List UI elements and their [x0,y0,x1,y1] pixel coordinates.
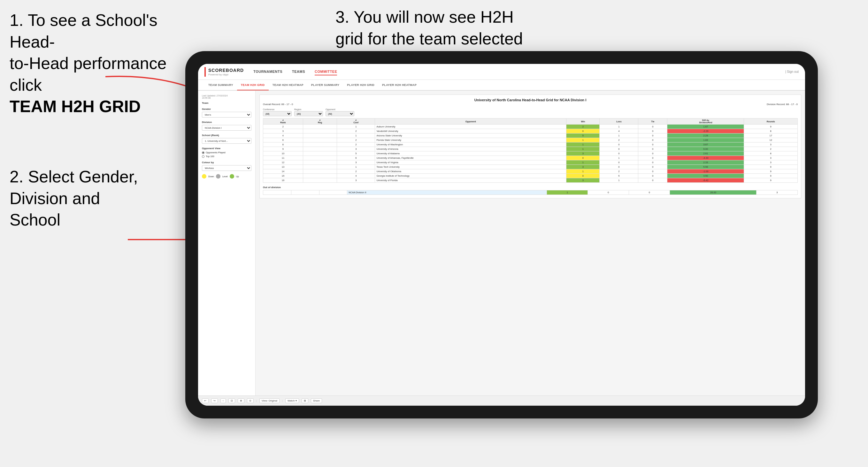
gender-select[interactable]: Men's [202,112,251,118]
cell-reg [303,156,337,160]
table-row: 3 2 Vanderbilt University 0 4 0 -2.29 8 [263,129,798,133]
cell-conf: 2 [337,138,375,143]
cell-tie: 0 [638,133,668,138]
cell-tie: 0 [638,125,668,129]
sidebar: Last Updated: 27/03/2024 16:55:38 Team G… [198,91,255,396]
cell-rank: 15 [263,174,303,178]
sidebar-division-section: Division NCAA Division I [202,121,251,131]
color-legend: Down Level Up [202,174,251,179]
cell-win: 1 [566,169,600,174]
sub-nav-team-h2h-heatmap[interactable]: TEAM H2H HEATMAP [269,80,307,90]
cell-diff: 9.00 [668,147,744,151]
cell-loss: 1 [600,178,638,183]
cell-loss: 2 [600,169,638,174]
cell-diff: 2.29 [668,133,744,138]
nav-teams[interactable]: TEAMS [292,68,305,75]
cell-rounds: 3 [744,143,798,147]
cell-conf: 5 [337,151,375,156]
cell-tie: 0 [638,178,668,183]
radio-top100[interactable]: Top 100 [202,155,251,158]
watch-button[interactable]: Watch ▾ [285,398,299,403]
cell-win: 3 [566,151,600,156]
cell-conf: 3 [337,147,375,151]
region-select[interactable]: (All) [294,111,323,116]
cell-conf: 2 [337,129,375,133]
cell-diff: 2.61 [668,151,744,156]
out-div-reg [291,190,319,195]
out-div-tie: 0 [629,190,670,195]
sub-nav-player-h2h-heatmap[interactable]: PLAYER H2H HEATMAP [378,80,421,90]
school-select[interactable]: 1. University of Nort... [202,138,251,144]
nav-committee[interactable]: COMMITTEE [315,68,337,75]
cell-loss: 0 [600,147,638,151]
opponent-select[interactable]: (All) [326,111,354,116]
cell-win: 0 [566,174,600,178]
division-select[interactable]: NCAA Division I [202,125,251,131]
opponent-view-label: Opponent View [202,147,251,150]
cell-rank: 14 [263,169,303,174]
radio-opponents-played[interactable]: Opponents Played [202,151,251,154]
cell-reg [303,178,337,183]
logo-text: SCOREBOARD Powered by clippi [208,67,244,76]
undo-button[interactable]: ↩ [202,398,209,403]
colour-select[interactable]: Win/loss [202,165,251,171]
cell-win: 2 [566,125,600,129]
view-original-button[interactable]: View: Original [259,398,280,403]
cell-opponent: University of Washington [375,143,566,147]
cell-tie: 0 [638,174,668,178]
cell-rounds: 9 [744,169,798,174]
table-row: 13 1 Texas Tech University 3 0 0 5.56 9 [263,165,798,169]
filter-row: Conference (All) Region (All) [263,108,798,116]
sub-nav-player-h2h-grid[interactable]: PLAYER H2H GRID [343,80,378,90]
cell-rounds: 9 [744,125,798,129]
cell-diff: 2.33 [668,160,744,165]
table-row: 15 4 Georgia Institute of Technology 0 5… [263,174,798,178]
cell-opponent: University of Oklahoma [375,169,566,174]
team-label: Team [202,101,251,104]
legend-down-dot [202,174,206,179]
tablet-screen: SCOREBOARD Powered by clippi TOURNAMENTS… [198,64,805,406]
cell-reg [303,151,337,156]
sign-out[interactable]: | Sign out [785,70,799,73]
cell-tie: 0 [638,129,668,133]
table-row: 10 5 University of Alabama 3 0 0 2.61 8 [263,151,798,156]
cell-loss: 1 [600,133,638,138]
fit-button[interactable]: ⊕ [238,398,244,403]
cell-conf: 2 [337,143,375,147]
layout-button[interactable]: ⊞ [302,398,308,403]
legend-level-dot [216,174,220,179]
cell-loss: 1 [600,156,638,160]
sub-nav-team-summary[interactable]: TEAM SUMMARY [205,80,237,90]
cell-diff: 4.50 [668,174,744,178]
grid-area: University of North Carolina Head-to-Hea… [255,91,805,396]
cell-tie: 0 [638,147,668,151]
crop-button[interactable]: ⊡ [228,398,235,403]
cell-rounds: 9 [744,165,798,169]
cell-win: 3 [566,165,600,169]
sub-nav-player-summary[interactable]: PLAYER SUMMARY [307,80,343,90]
clock-button[interactable]: ⊙ [247,398,254,403]
h2h-container: University of North Carolina Head-to-Hea… [259,95,801,198]
cell-opponent: University of Alabama [375,151,566,156]
out-division-table: NCAA Division II 1 0 0 26.00 3 [263,190,798,195]
nav-tournaments[interactable]: TOURNAMENTS [253,68,282,75]
cell-rank: 4 [263,133,303,138]
cell-win: 1 [566,160,600,165]
cell-conf: 2 [337,169,375,174]
colour-label: Colour by [202,161,251,164]
cell-diff: 3.67 [668,143,744,147]
cell-conf: 6 [337,156,375,160]
share-button[interactable]: Share [311,398,322,403]
redo-button[interactable]: ↪ [211,398,218,403]
toolbar-sep-1: | [256,399,257,402]
sub-nav-team-h2h-grid[interactable]: TEAM H2H GRID [237,80,269,90]
conf-select[interactable]: (All) [263,111,292,116]
cell-rank: 2 [263,125,303,129]
legend-up-dot [230,174,234,179]
cell-rank: 8 [263,143,303,147]
cell-opponent: Florida State University [375,138,566,143]
col-rounds: Rounds [744,119,798,125]
back-button[interactable]: ‹ [220,398,226,403]
bottom-toolbar: ↩ ↪ ‹ ⊡ ⊕ ⊙ | View: Original | Watch ▾ ⊞… [198,396,805,406]
out-div-rank [263,190,291,195]
